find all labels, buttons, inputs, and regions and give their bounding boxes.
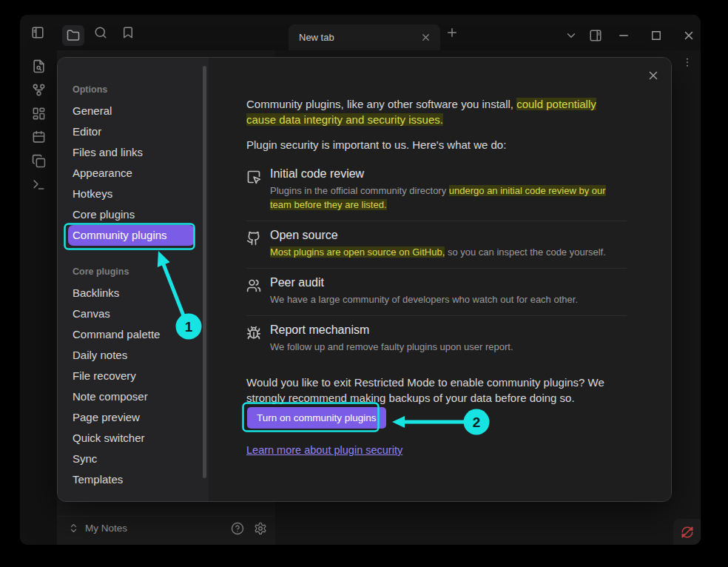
bookmark-icon[interactable]: [121, 26, 135, 39]
nav-group-header: Core plugins: [58, 266, 209, 283]
github-icon: [246, 231, 261, 246]
modal-close-icon[interactable]: [647, 69, 660, 82]
nav-group-options: Options General Editor Files and links A…: [58, 84, 209, 246]
section-initial-code-review: Initial code review Plugins in the offic…: [246, 160, 627, 221]
help-icon[interactable]: [231, 522, 244, 535]
panel-right-icon[interactable]: [589, 29, 602, 42]
nav-item-appearance[interactable]: Appearance: [68, 163, 195, 184]
highlighted-text: Most plugins are open source on GitHub,: [270, 246, 445, 258]
nav-item-general[interactable]: General: [68, 101, 195, 121]
graph-icon[interactable]: [30, 81, 47, 98]
section-desc: We follow up and remove faulty plugins u…: [270, 340, 513, 354]
turn-on-community-plugins-button[interactable]: Turn on community plugins: [247, 407, 386, 429]
copy-icon[interactable]: [30, 152, 47, 170]
section-desc: Most plugins are open source on GitHub, …: [270, 245, 606, 259]
nav-item-file-recovery[interactable]: File recovery: [68, 366, 195, 386]
tab-title: New tab: [299, 32, 334, 43]
nav-scrollbar-thumb[interactable]: [203, 66, 206, 478]
nav-item-canvas[interactable]: Canvas: [68, 303, 195, 324]
section-title: Open source: [270, 228, 606, 243]
calendar-icon[interactable]: [30, 128, 47, 146]
maximize-icon[interactable]: [650, 29, 663, 42]
canvas-icon[interactable]: [30, 104, 47, 122]
section-title: Initial code review: [270, 167, 627, 181]
nav-item-core-plugins[interactable]: Core plugins: [68, 204, 195, 225]
section-report-mechanism: Report mechanism We follow up and remove…: [246, 316, 627, 363]
settings-nav: Options General Editor Files and links A…: [58, 58, 209, 501]
new-tab-icon[interactable]: [445, 26, 459, 39]
gear-icon[interactable]: [254, 522, 267, 535]
security-paragraph: Plugin security is important to us. Here…: [246, 137, 627, 152]
titlebar: New tab: [20, 15, 701, 50]
nav-item-editor[interactable]: Editor: [68, 121, 195, 142]
bug-icon: [246, 326, 261, 340]
plugin-security-link[interactable]: Learn more about plugin security: [246, 444, 402, 456]
vault-switcher[interactable]: My Notes: [57, 516, 275, 540]
text-run: We have a large community of developers …: [270, 294, 578, 305]
section-title: Peer audit: [270, 275, 578, 290]
window-close-icon[interactable]: [682, 29, 695, 42]
tab-new-tab[interactable]: New tab: [289, 24, 440, 50]
chevron-down-icon[interactable]: [564, 29, 578, 42]
settings-content: Community plugins, like any other softwa…: [209, 58, 671, 501]
section-open-source: Open source Most plugins are open source…: [246, 221, 627, 269]
restricted-mode-question: Would you like to exit Restricted Mode t…: [246, 375, 627, 406]
nav-item-sync[interactable]: Sync: [68, 449, 195, 469]
nav-item-page-preview[interactable]: Page preview: [68, 407, 195, 428]
nav-item-command-palette[interactable]: Command palette: [68, 324, 195, 345]
more-options-icon[interactable]: [681, 56, 694, 73]
tab-close-icon[interactable]: [420, 32, 431, 43]
text-run: We follow up and remove faulty plugins u…: [270, 341, 513, 352]
section-title: Report mechanism: [270, 323, 513, 338]
security-sections: Initial code review Plugins in the offic…: [246, 160, 627, 363]
nav-item-daily-notes[interactable]: Daily notes: [68, 345, 195, 366]
section-desc: We have a large community of developers …: [270, 292, 578, 306]
sidebar-toggle-icon[interactable]: [31, 26, 44, 39]
text-run: so you can inspect the code yourself.: [445, 246, 606, 258]
settings-modal: Options General Editor Files and links A…: [57, 57, 672, 502]
search-icon[interactable]: [94, 26, 107, 39]
vault-name: My Notes: [85, 523, 127, 534]
file-search-icon[interactable]: [30, 57, 47, 75]
nav-item-note-composer[interactable]: Note composer: [68, 386, 195, 407]
nav-item-files-and-links[interactable]: Files and links: [68, 142, 195, 163]
chevrons-up-down-icon: [68, 523, 79, 534]
minimize-icon[interactable]: [617, 29, 630, 42]
text-run: Plugins in the official community direct…: [270, 185, 449, 196]
section-desc: Plugins in the official community direct…: [270, 184, 627, 212]
intro-paragraph: Community plugins, like any other softwa…: [246, 96, 627, 127]
terminal-icon[interactable]: [30, 175, 47, 193]
folder-icon: [68, 30, 79, 40]
nav-item-community-plugins[interactable]: Community plugins: [68, 225, 195, 246]
section-peer-audit: Peer audit We have a large community of …: [246, 269, 627, 316]
sync-status-tile[interactable]: [673, 519, 701, 545]
sync-off-icon: [681, 526, 694, 539]
nav-item-backlinks[interactable]: Backlinks: [68, 283, 195, 303]
ribbon: [20, 50, 57, 545]
nav-item-templates[interactable]: Templates: [68, 469, 195, 490]
text-run: Community plugins, like any other softwa…: [246, 98, 516, 110]
app-window: New tab: [20, 15, 701, 545]
inspect-icon: [246, 170, 261, 184]
files-button[interactable]: [62, 25, 84, 46]
nav-group-header: Options: [58, 84, 209, 101]
nav-item-quick-switcher[interactable]: Quick switcher: [68, 428, 195, 449]
users-icon: [246, 278, 261, 293]
nav-item-hotkeys[interactable]: Hotkeys: [68, 184, 195, 204]
nav-group-core-plugins: Core plugins Backlinks Canvas Command pa…: [58, 266, 209, 490]
